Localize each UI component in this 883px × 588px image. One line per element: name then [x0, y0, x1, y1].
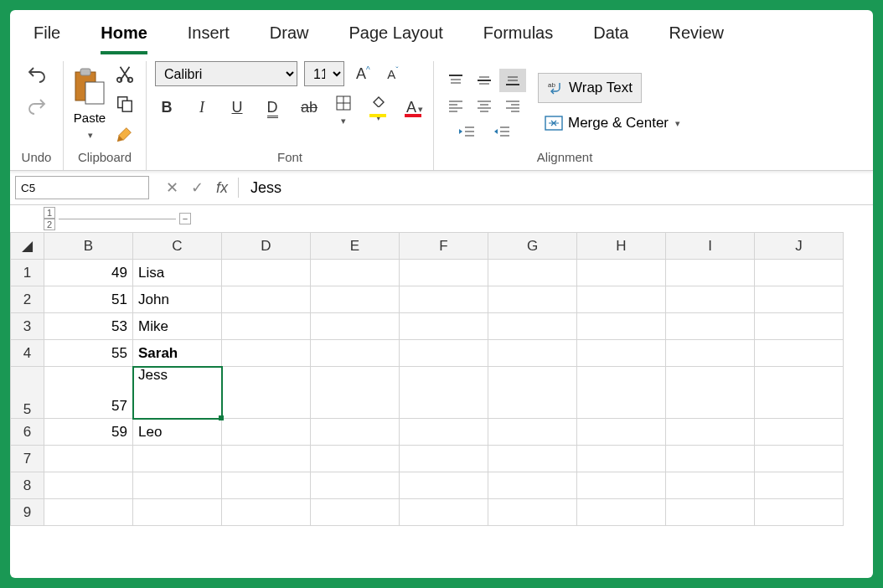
align-middle-button[interactable] [471, 69, 498, 92]
cell-H9[interactable] [577, 499, 666, 526]
underline-button[interactable]: U [225, 95, 249, 120]
cell-F1[interactable] [400, 260, 488, 286]
font-name-select[interactable]: Calibri [155, 61, 297, 86]
col-header-D[interactable]: D [222, 233, 311, 260]
tab-draw[interactable]: Draw [270, 23, 309, 54]
cell-D3[interactable] [222, 313, 311, 340]
cell-D5[interactable] [222, 367, 311, 419]
row-header-6[interactable]: 6 [11, 419, 44, 446]
cell-G3[interactable] [488, 313, 577, 340]
wrap-text-button[interactable]: ab Wrap Text [538, 73, 642, 103]
cell-H7[interactable] [577, 446, 666, 472]
undo-button[interactable] [22, 61, 52, 88]
select-all-corner[interactable]: ◢ [11, 233, 44, 260]
align-center-button[interactable] [471, 94, 498, 117]
cell-B8[interactable] [44, 472, 133, 499]
cell-J7[interactable] [755, 446, 844, 472]
cell-J2[interactable] [755, 286, 844, 313]
cell-E5[interactable] [311, 367, 400, 419]
col-header-F[interactable]: F [400, 233, 488, 260]
cell-I6[interactable] [666, 419, 755, 446]
cell-G8[interactable] [488, 472, 577, 499]
copy-button[interactable] [112, 91, 137, 116]
cell-H3[interactable] [577, 313, 666, 340]
font-color-button[interactable]: A▾ [401, 95, 425, 120]
outline-level-1[interactable]: 1 [44, 207, 55, 219]
cell-J3[interactable] [755, 313, 844, 340]
cell-E3[interactable] [311, 313, 400, 340]
cell-B4[interactable]: 55 [44, 340, 133, 367]
format-painter-button[interactable] [112, 121, 137, 147]
redo-button[interactable] [22, 93, 52, 120]
cell-G9[interactable] [488, 499, 577, 526]
cell-D7[interactable] [222, 446, 311, 472]
cell-G5[interactable] [488, 367, 577, 419]
row-header-9[interactable]: 9 [11, 499, 44, 526]
align-top-button[interactable] [442, 69, 469, 92]
cell-H6[interactable] [577, 419, 666, 446]
cell-E1[interactable] [311, 260, 400, 286]
cell-H8[interactable] [577, 472, 666, 499]
cell-H5[interactable] [577, 367, 666, 419]
row-header-5[interactable]: 5 [11, 367, 44, 419]
cut-button[interactable] [112, 61, 137, 86]
cell-C7[interactable] [133, 446, 222, 472]
row-header-7[interactable]: 7 [11, 446, 44, 472]
col-header-J[interactable]: J [755, 233, 844, 260]
tab-data[interactable]: Data [593, 23, 628, 54]
name-box[interactable] [15, 176, 149, 199]
cell-D2[interactable] [222, 286, 311, 313]
cell-I7[interactable] [666, 446, 755, 472]
cell-E9[interactable] [311, 499, 400, 526]
cancel-icon[interactable]: ✕ [159, 178, 184, 197]
fill-color-button[interactable]: ▾ [366, 95, 390, 120]
cell-C4[interactable]: Sarah [133, 340, 222, 367]
cell-I5[interactable] [666, 367, 755, 419]
col-header-H[interactable]: H [577, 233, 666, 260]
cell-C5[interactable]: Jess [133, 367, 222, 419]
decrease-indent-button[interactable] [452, 124, 481, 139]
strikethrough-button[interactable]: ab [296, 95, 319, 120]
cell-H2[interactable] [577, 286, 666, 313]
enter-icon[interactable]: ✓ [184, 178, 209, 197]
row-header-2[interactable]: 2 [11, 286, 44, 313]
col-header-G[interactable]: G [488, 233, 577, 260]
bold-button[interactable]: B [155, 95, 178, 120]
col-header-C[interactable]: C [133, 233, 222, 260]
align-right-button[interactable] [499, 94, 526, 117]
cell-D9[interactable] [222, 499, 311, 526]
cell-B5[interactable]: 57 [44, 367, 133, 419]
cell-B7[interactable] [44, 446, 133, 472]
double-underline-button[interactable]: D [261, 95, 284, 120]
align-bottom-button[interactable] [499, 69, 526, 92]
increase-font-button[interactable]: A^ [351, 61, 374, 86]
cell-C2[interactable]: John [133, 286, 222, 313]
cell-H1[interactable] [577, 260, 666, 286]
col-header-B[interactable]: B [44, 233, 133, 260]
cell-J5[interactable] [755, 367, 844, 419]
cell-F4[interactable] [400, 340, 488, 367]
cell-B3[interactable]: 53 [44, 313, 133, 340]
cell-G7[interactable] [488, 446, 577, 472]
row-header-1[interactable]: 1 [11, 260, 44, 286]
cell-F2[interactable] [400, 286, 488, 313]
cell-C8[interactable] [133, 472, 222, 499]
cell-I4[interactable] [666, 340, 755, 367]
cell-F3[interactable] [400, 313, 488, 340]
cell-J9[interactable] [755, 499, 844, 526]
worksheet-grid[interactable]: ◢BCDEFGHIJ149Lisa251John353Mike455Sarah5… [10, 232, 873, 578]
cell-F9[interactable] [400, 499, 488, 526]
tab-insert[interactable]: Insert [188, 23, 230, 54]
tab-home[interactable]: Home [101, 23, 147, 54]
cell-J1[interactable] [755, 260, 844, 286]
cell-E8[interactable] [311, 472, 400, 499]
cell-I9[interactable] [666, 499, 755, 526]
cell-D1[interactable] [222, 260, 311, 286]
cell-I3[interactable] [666, 313, 755, 340]
cell-D6[interactable] [222, 419, 311, 446]
cell-I2[interactable] [666, 286, 755, 313]
increase-indent-button[interactable] [488, 124, 516, 139]
borders-button[interactable]: ▾ [331, 95, 354, 120]
cell-D8[interactable] [222, 472, 311, 499]
col-header-E[interactable]: E [311, 233, 400, 260]
